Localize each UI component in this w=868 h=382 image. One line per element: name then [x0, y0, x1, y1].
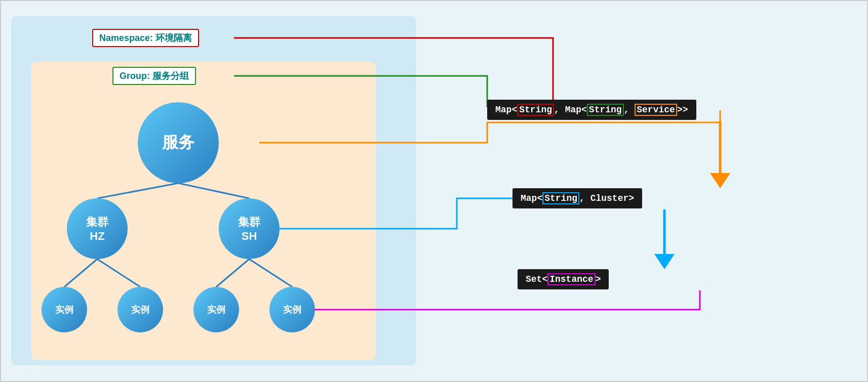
node-cluster-hz: 集群HZ [67, 198, 128, 259]
group-label: Group: 服务分组 [120, 71, 189, 81]
instance-3-label: 实例 [207, 304, 225, 316]
highlight-string1: String [517, 104, 554, 116]
highlight-string2: String [587, 104, 624, 116]
code-box-map1: Map<String, Map<String, Service>> [487, 100, 696, 120]
highlight-instance: Instance [547, 273, 595, 285]
node-instance-3: 实例 [193, 287, 239, 332]
node-instance-4: 实例 [269, 287, 315, 332]
main-container: Namespace: 环境隔离 Group: 服务分组 [0, 0, 868, 382]
instance-1-label: 实例 [55, 304, 73, 316]
node-instance-2: 实例 [117, 287, 163, 332]
namespace-label: Namespace: 环境隔离 [99, 33, 192, 43]
highlight-string3: String [542, 192, 579, 204]
node-cluster-sh: 集群SH [219, 198, 280, 259]
instance-4-label: 实例 [283, 304, 301, 316]
svg-marker-9 [654, 254, 675, 269]
code-box-map2: Map<String, Cluster> [512, 188, 642, 208]
service-label: 服务 [162, 132, 194, 154]
cluster-hz-label: 集群HZ [86, 215, 108, 243]
svg-marker-7 [710, 173, 730, 188]
code-box-set: Set<Instance> [518, 269, 609, 289]
cluster-sh-label: 集群SH [238, 215, 260, 243]
node-instance-1: 实例 [42, 287, 87, 332]
highlight-service: Service [635, 104, 677, 116]
group-box: Group: 服务分组 [112, 67, 196, 85]
namespace-box: Namespace: 环境隔离 [92, 29, 199, 47]
instance-2-label: 实例 [131, 304, 149, 316]
node-service: 服务 [138, 102, 219, 183]
